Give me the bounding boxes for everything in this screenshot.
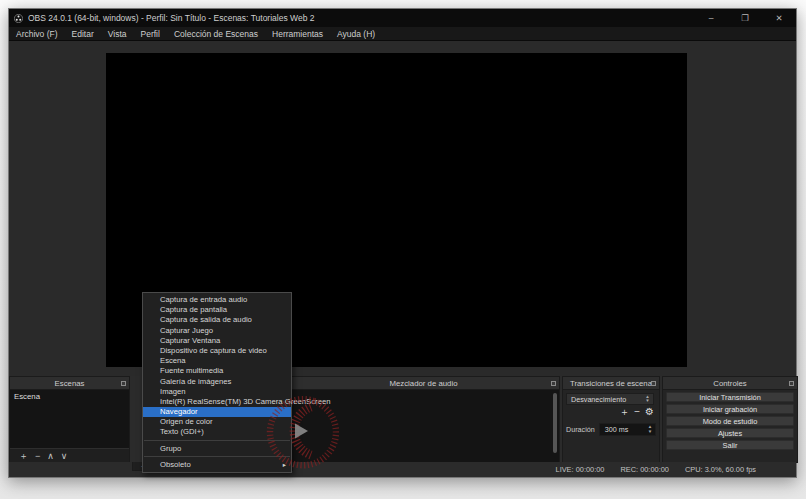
menu-separator	[144, 456, 290, 457]
menu-item-galeria-imagenes[interactable]: Galería de imágenes	[143, 377, 291, 387]
transition-selected-value: Desvanecimiento	[571, 395, 626, 404]
remove-transition-icon[interactable]: −	[634, 407, 640, 417]
dock-pin-icon[interactable]	[651, 381, 656, 386]
obs-logo-icon	[14, 14, 23, 23]
menu-item-origen-color[interactable]: Origen de color	[143, 417, 291, 427]
controls-panel-title: Controles	[713, 379, 746, 388]
transition-tools: ＋ − ⚙	[619, 407, 654, 417]
menu-item-captura-salida-audio[interactable]: Captura de salida de audio	[143, 315, 291, 325]
window-controls: – ❐ ✕	[694, 9, 796, 27]
controls-panel-header[interactable]: Controles	[663, 377, 797, 390]
start-recording-button[interactable]: Iniciar grabación	[666, 404, 794, 415]
menu-vista[interactable]: Vista	[101, 27, 134, 41]
menu-item-realsense-greenscreen[interactable]: Intel(R) RealSense(TM) 3D Camera GreenSc…	[143, 397, 291, 407]
scenes-panel: Escenas Escena ＋ − ∧ ∨	[9, 376, 130, 463]
menu-perfil[interactable]: Perfil	[134, 27, 167, 41]
dock-pin-icon[interactable]	[551, 381, 556, 386]
duration-row: Duración 300 ms ▲ ▼	[566, 423, 656, 436]
scene-up-icon[interactable]: ∧	[47, 451, 54, 461]
rec-time: REC: 00:00:00	[620, 465, 668, 474]
live-time: LIVE: 00:00:00	[556, 465, 605, 474]
scenes-toolbar: ＋ − ∧ ∨	[10, 448, 129, 462]
menu-item-captura-entrada-audio[interactable]: Captura de entrada audio	[143, 295, 291, 305]
statusbar: LIVE: 00:00:00 REC: 00:00:00 CPU: 3.0%, …	[9, 462, 796, 477]
add-scene-icon[interactable]: ＋	[19, 451, 28, 461]
remove-scene-icon[interactable]: −	[35, 451, 40, 461]
submenu-arrow-icon: ▸	[283, 460, 286, 470]
duration-label: Duración	[566, 425, 595, 434]
studio-mode-button[interactable]: Modo de estudio	[666, 416, 794, 427]
transition-select[interactable]: Desvanecimiento ▲ ▼	[566, 393, 654, 405]
exit-button[interactable]: Salir	[666, 440, 794, 451]
menu-item-navegador[interactable]: Navegador	[143, 407, 291, 417]
menu-item-captura-pantalla[interactable]: Captura de pantalla	[143, 305, 291, 315]
add-transition-icon[interactable]: ＋	[619, 407, 629, 417]
menu-herramientas[interactable]: Herramientas	[265, 27, 330, 41]
combo-arrows-icon[interactable]: ▲ ▼	[643, 394, 652, 404]
close-button[interactable]: ✕	[762, 9, 796, 27]
menu-item-capturar-juego[interactable]: Capturar Juego	[143, 326, 291, 336]
maximize-button[interactable]: ❐	[728, 9, 762, 27]
dock-pin-icon[interactable]	[789, 381, 794, 386]
mixer-panel-title: Mezclador de audio	[389, 379, 457, 388]
transitions-panel-title: Transiciones de escena	[570, 379, 652, 388]
duration-input[interactable]: 300 ms ▲ ▼	[599, 423, 656, 436]
scene-list: Escena	[10, 390, 129, 448]
menubar: Archivo (F) Editar Vista Perfil Colecció…	[9, 27, 796, 41]
audio-mixer-panel: Mezclador de audio	[287, 376, 560, 463]
start-streaming-button[interactable]: Iniciar Transmisión	[666, 392, 794, 403]
menu-separator	[144, 440, 290, 441]
settings-button[interactable]: Ajustes	[666, 428, 794, 439]
scene-down-icon[interactable]: ∨	[61, 451, 68, 461]
menu-item-fuente-multimedia[interactable]: Fuente multimedia	[143, 366, 291, 376]
menu-item-dispositivo-captura-video[interactable]: Dispositivo de captura de video	[143, 346, 291, 356]
add-source-context-menu: Captura de entrada audio Captura de pant…	[142, 292, 292, 473]
duration-value: 300 ms	[605, 425, 629, 434]
scenes-panel-title: Escenas	[55, 379, 85, 388]
scene-list-item[interactable]: Escena	[10, 390, 129, 403]
menu-item-obsoleto[interactable]: Obsoleto ▸	[143, 460, 291, 470]
dock-pin-icon[interactable]	[121, 381, 126, 386]
menu-item-escena[interactable]: Escena	[143, 356, 291, 366]
mixer-panel-header[interactable]: Mezclador de audio	[288, 377, 559, 390]
duration-spinner-icon[interactable]: ▲ ▼	[646, 424, 654, 435]
transitions-panel: Transiciones de escena Desvanecimiento ▲…	[562, 376, 660, 463]
controls-panel: Controles Iniciar Transmisión Iniciar gr…	[662, 376, 798, 463]
menu-ayuda[interactable]: Ayuda (H)	[330, 27, 382, 41]
menu-item-imagen[interactable]: Imagen	[143, 387, 291, 397]
window-title: OBS 24.0.1 (64-bit, windows) - Perfil: S…	[28, 13, 314, 23]
menu-item-texto-gdi[interactable]: Texto (GDI+)	[143, 427, 291, 437]
menu-item-grupo[interactable]: Grupo	[143, 444, 291, 454]
transition-gear-icon[interactable]: ⚙	[645, 407, 654, 417]
menu-coleccion-escenas[interactable]: Colección de Escenas	[167, 27, 265, 41]
menu-editar[interactable]: Editar	[65, 27, 101, 41]
titlebar: OBS 24.0.1 (64-bit, windows) - Perfil: S…	[9, 9, 796, 27]
transitions-panel-header[interactable]: Transiciones de escena	[563, 377, 659, 390]
minimize-button[interactable]: –	[694, 9, 728, 27]
scenes-panel-header[interactable]: Escenas	[10, 377, 129, 390]
cpu-fps: CPU: 3.0%, 60.00 fps	[685, 465, 756, 474]
mixer-scrollbar[interactable]	[553, 393, 557, 453]
obs-window: OBS 24.0.1 (64-bit, windows) - Perfil: S…	[8, 8, 797, 478]
menu-archivo[interactable]: Archivo (F)	[9, 27, 65, 41]
menu-item-capturar-ventana[interactable]: Capturar Ventana	[143, 336, 291, 346]
